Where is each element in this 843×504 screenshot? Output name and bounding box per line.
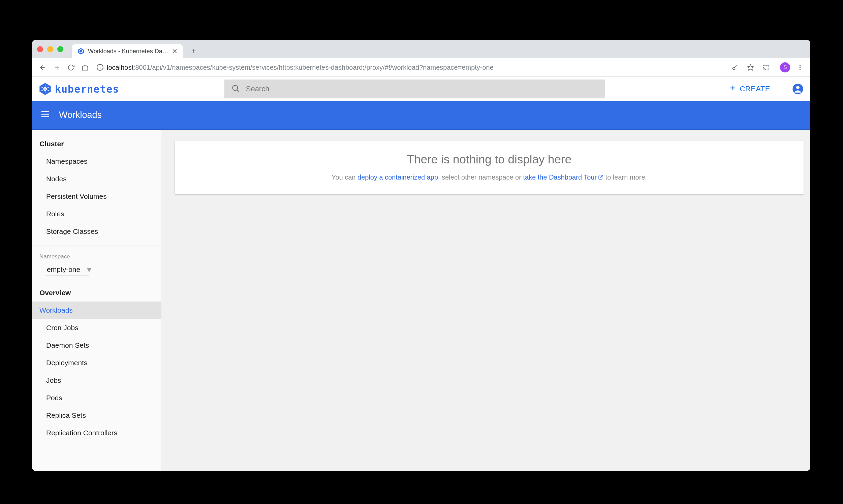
address-bar[interactable]: localhost:8001/api/v1/namespaces/kube-sy…: [93, 61, 724, 74]
sidebar: Cluster Namespaces Nodes Persistent Volu…: [32, 130, 161, 471]
minimize-window-button[interactable]: [47, 46, 53, 52]
search-input[interactable]: [246, 85, 598, 93]
divider: [783, 83, 783, 95]
profile-avatar[interactable]: S: [780, 62, 790, 72]
sidebar-header-overview[interactable]: Overview: [32, 278, 161, 302]
tab-title: Workloads - Kubernetes Dashb: [88, 48, 168, 55]
sidebar-item-persistent-volumes[interactable]: Persistent Volumes: [32, 188, 161, 205]
namespace-selected-value: empty-one: [46, 264, 89, 276]
create-button[interactable]: CREATE: [725, 84, 774, 94]
forward-button[interactable]: [51, 62, 62, 73]
namespace-select[interactable]: empty-one ▼: [32, 262, 161, 278]
empty-text-prefix: You can: [331, 174, 358, 181]
maximize-window-button[interactable]: [57, 46, 63, 52]
key-icon[interactable]: [729, 62, 740, 73]
tour-link-text: take the Dashboard Tour: [523, 174, 597, 181]
svg-point-20: [232, 85, 237, 90]
close-window-button[interactable]: [37, 46, 43, 52]
sidebar-item-workloads[interactable]: Workloads: [32, 302, 161, 319]
empty-state-body: You can deploy a containerized app, sele…: [182, 174, 797, 182]
plus-icon: [729, 84, 737, 94]
tab-strip: Workloads - Kubernetes Dashb ✕ +: [32, 40, 810, 58]
sidebar-item-replication-controllers[interactable]: Replication Controllers: [32, 424, 161, 442]
kubernetes-logo-icon: [39, 83, 52, 95]
main-content: There is nothing to display here You can…: [161, 130, 810, 471]
window-controls: [37, 46, 63, 52]
sidebar-item-jobs[interactable]: Jobs: [32, 372, 161, 389]
svg-point-25: [796, 86, 800, 89]
kubernetes-favicon-icon: [77, 48, 85, 55]
home-button[interactable]: [79, 62, 91, 73]
browser-toolbar: localhost:8001/api/v1/namespaces/kube-sy…: [32, 58, 810, 77]
sidebar-item-storage-classes[interactable]: Storage Classes: [32, 223, 161, 240]
create-label: CREATE: [739, 85, 770, 93]
search-box[interactable]: [225, 79, 605, 98]
tab-close-icon[interactable]: ✕: [172, 47, 178, 55]
kubernetes-dashboard-app: kubernetes CREATE: [32, 77, 810, 471]
external-link-icon: [598, 174, 604, 182]
svg-line-21: [237, 90, 239, 92]
new-tab-button[interactable]: +: [188, 45, 200, 57]
svg-point-11: [799, 69, 800, 70]
dashboard-tour-link[interactable]: take the Dashboard Tour: [523, 174, 604, 181]
svg-point-10: [799, 67, 800, 68]
sidebar-item-namespaces[interactable]: Namespaces: [32, 152, 161, 170]
svg-marker-7: [747, 64, 753, 70]
app-subheader: Workloads: [32, 101, 810, 130]
url-text: localhost:8001/api/v1/namespaces/kube-sy…: [107, 64, 494, 71]
sidebar-item-cron-jobs[interactable]: Cron Jobs: [32, 319, 161, 337]
back-button[interactable]: [37, 62, 48, 73]
search-icon: [231, 84, 240, 94]
kubernetes-logo[interactable]: kubernetes: [39, 83, 119, 95]
app-topbar: kubernetes CREATE: [32, 77, 810, 101]
reload-button[interactable]: [65, 62, 76, 73]
svg-line-29: [600, 175, 603, 178]
chevron-down-icon: ▼: [86, 266, 93, 274]
subheader-title: Workloads: [59, 110, 102, 120]
sidebar-item-daemon-sets[interactable]: Daemon Sets: [32, 337, 161, 354]
sidebar-header-cluster[interactable]: Cluster: [32, 130, 161, 152]
app-body: Cluster Namespaces Nodes Persistent Volu…: [32, 130, 810, 471]
bookmark-star-icon[interactable]: [745, 62, 756, 73]
svg-point-9: [799, 65, 800, 66]
browser-menu-icon[interactable]: [794, 62, 806, 73]
avatar-letter: S: [783, 64, 787, 70]
deploy-app-link[interactable]: deploy a containerized app: [358, 174, 438, 181]
menu-icon[interactable]: [40, 109, 50, 121]
site-info-icon[interactable]: [96, 63, 104, 71]
cast-icon[interactable]: [760, 62, 772, 73]
empty-text-mid: , select other namespace or: [438, 174, 523, 181]
browser-tab[interactable]: Workloads - Kubernetes Dashb ✕: [72, 44, 183, 58]
sidebar-item-roles[interactable]: Roles: [32, 205, 161, 223]
brand-text: kubernetes: [55, 83, 119, 95]
empty-text-suffix: to learn more.: [604, 174, 647, 181]
sidebar-item-nodes[interactable]: Nodes: [32, 170, 161, 188]
empty-state-card: There is nothing to display here You can…: [175, 141, 804, 194]
sidebar-item-replica-sets[interactable]: Replica Sets: [32, 407, 161, 424]
empty-state-title: There is nothing to display here: [182, 152, 797, 166]
browser-window: Workloads - Kubernetes Dashb ✕ +: [32, 40, 810, 471]
account-icon[interactable]: [792, 83, 804, 95]
sidebar-item-deployments[interactable]: Deployments: [32, 354, 161, 372]
sidebar-item-pods[interactable]: Pods: [32, 389, 161, 407]
svg-point-6: [733, 67, 735, 69]
namespace-label: Namespace: [32, 246, 161, 262]
